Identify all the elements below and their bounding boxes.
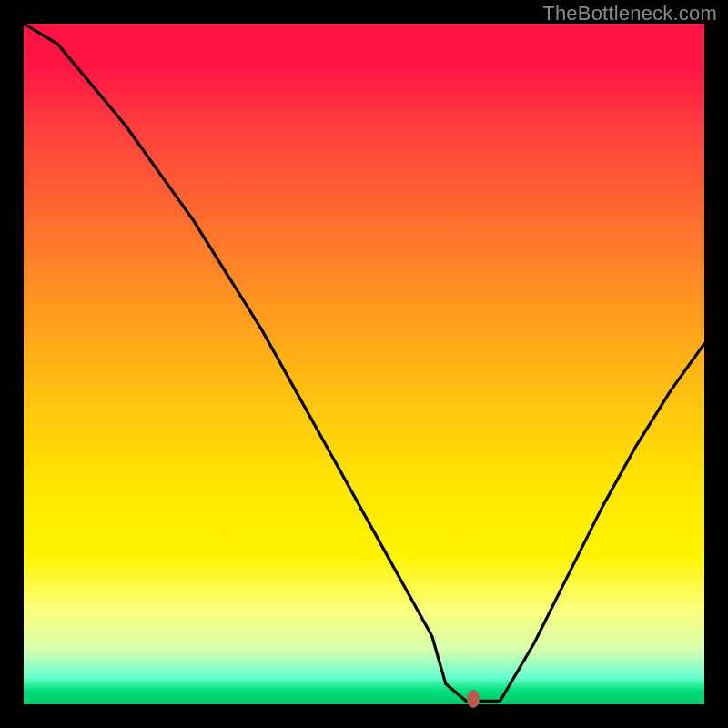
bottleneck-curve-path <box>24 24 704 701</box>
watermark-text: TheBottleneck.com <box>542 2 717 25</box>
optimal-marker <box>467 690 480 708</box>
chart-frame: TheBottleneck.com <box>0 0 728 728</box>
plot-area <box>24 24 704 704</box>
curve-svg <box>24 24 704 704</box>
